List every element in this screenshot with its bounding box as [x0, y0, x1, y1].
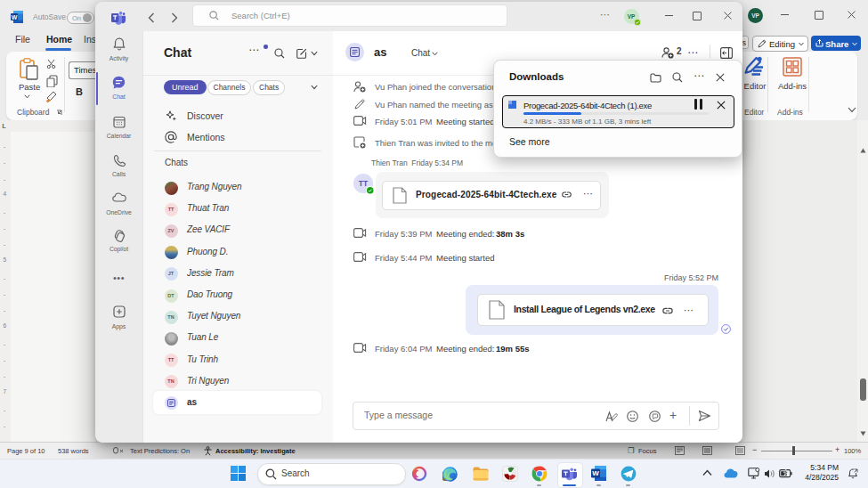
svg-text:W: W — [592, 469, 599, 477]
svg-text:W: W — [12, 14, 18, 20]
